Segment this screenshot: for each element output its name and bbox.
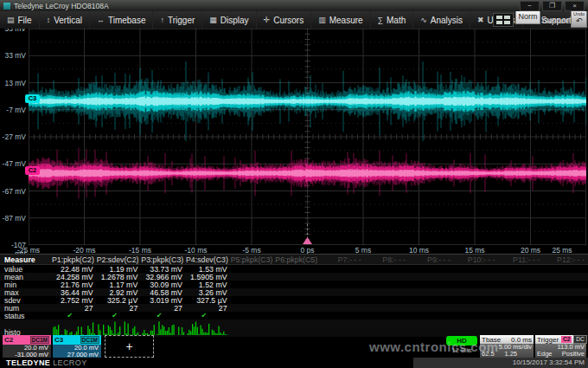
gesture-button[interactable]: Gesture: [542, 16, 570, 25]
menu-item-timebase[interactable]: ↔Timebase: [90, 11, 154, 29]
measure-table-icon: ▥: [318, 16, 326, 24]
status-check-icon: ✔: [186, 312, 231, 320]
grid-icon: [496, 16, 502, 19]
oscilloscope-app: Teledyne LeCroy HDO8108A − ❐ × ▤File↕Ver…: [0, 0, 588, 368]
measure-column-header[interactable]: P11:- - -: [499, 255, 544, 264]
status-check-icon: ✔: [52, 312, 97, 320]
menu-item-vertical[interactable]: ↕Vertical: [40, 11, 90, 29]
menu-item-label: Analysis: [431, 16, 463, 25]
display-grid-icon: ▦: [209, 16, 217, 24]
restore-button[interactable]: ❐: [542, 1, 562, 11]
undo-icon: ↶: [572, 17, 586, 25]
y-axis-label: -27 mV: [0, 132, 26, 141]
measure-column-header[interactable]: P12:- - -: [543, 255, 588, 264]
y-axis-label: -67 mV: [0, 187, 26, 196]
menu-item-label: Math: [387, 16, 406, 25]
y-axis-label: -87 mV: [0, 214, 26, 223]
status-check-icon: ✔: [97, 312, 142, 320]
trigger-slope: Positive: [562, 351, 585, 358]
measure-column-header[interactable]: P8:- - -: [365, 255, 410, 264]
grid-icon: [504, 16, 510, 19]
measure-column-header[interactable]: P3:pkpk(C3): [141, 255, 186, 264]
measure-column-header[interactable]: P6:pkpk(C5): [275, 255, 320, 264]
menu-item-file[interactable]: ▤File: [0, 11, 40, 29]
horizontal-arrows-icon: ↔: [97, 16, 105, 24]
channel-descriptor-c2[interactable]: C2 DC1M 20.0 mV -31.000 mV: [3, 335, 51, 358]
histogram-sparkline: [98, 320, 141, 335]
timebase-body: 5.00 ms/div 62.5 MS1.25 GS/s: [480, 344, 534, 358]
measure-column-header[interactable]: P7:- - -: [320, 255, 365, 264]
trace-tab-c2[interactable]: C2: [25, 166, 40, 175]
measure-cell: 27: [186, 304, 231, 313]
cursors-cross-icon: ✛: [264, 16, 271, 24]
menu-item-label: Measure: [329, 16, 363, 25]
brand-secondary: LECROY: [53, 358, 86, 367]
menu-item-analysis[interactable]: ∿Analysis: [413, 11, 470, 29]
measure-column-header[interactable]: P1:pkpk(C2): [52, 255, 97, 264]
menu-item-label: File: [18, 16, 32, 25]
graticule-waveform-display: [29, 29, 586, 245]
timebase-label: Tbase: [482, 336, 501, 344]
histogram-sparkline: [53, 320, 96, 335]
trace-tab-c3[interactable]: C3: [25, 94, 40, 103]
menu-item-math[interactable]: ∑Math: [371, 11, 414, 29]
menu-item-label: Cursors: [273, 16, 304, 25]
histogram-sparkline: [142, 320, 185, 335]
menu-item-label: Timebase: [108, 16, 146, 25]
timestamp: 10/15/2017 3:32:54 PM: [413, 358, 588, 368]
measure-column-header[interactable]: P9:- - -: [409, 255, 454, 264]
menu-item-label: Trigger: [168, 16, 195, 25]
analysis-wave-icon: ∿: [420, 16, 427, 24]
measure-histogram: [186, 320, 231, 337]
add-channel-button[interactable]: +: [105, 335, 154, 358]
brand-primary: TELEDYNE: [6, 358, 50, 367]
trigger-body: 113.0 mV EdgePositive: [535, 344, 586, 358]
trigger-label: Trigger: [537, 336, 559, 344]
grid-icon: [496, 21, 502, 24]
measure-row-label: status: [0, 312, 52, 320]
undo-button[interactable]: Undo ↶: [571, 10, 587, 28]
measure-table-title: Measure: [0, 255, 52, 264]
trigger-time-marker[interactable]: [303, 237, 312, 244]
menu-item-measure[interactable]: ▥Measure: [311, 11, 370, 29]
channel-descriptor-c3[interactable]: C3 DC1M 20.0 mV 27.000 mV: [53, 335, 101, 358]
measure-column-header[interactable]: P5:pkpk(C3): [231, 255, 276, 264]
measure-cell: 27: [52, 304, 97, 313]
menu-item-trigger[interactable]: ↑Trigger: [153, 11, 202, 29]
measure-table: MeasureP1:pkpk(C2)P2:sdev(C2)P3:pkpk(C3)…: [0, 254, 588, 337]
measure-column-header[interactable]: P2:sdev(C2): [97, 255, 142, 264]
y-axis-label: 13 mV: [0, 79, 26, 87]
file-icon: ▤: [7, 16, 15, 24]
utilities-tools-icon: ✖: [477, 16, 484, 24]
measure-cell: 27: [97, 304, 142, 313]
minimize-button[interactable]: −: [520, 1, 540, 11]
grid-layout-button[interactable]: [493, 13, 514, 27]
menu-item-label: Vertical: [54, 16, 82, 25]
menu-bar: ▤File↕Vertical↔Timebase↑Trigger▦Display✛…: [0, 11, 588, 29]
channel-c3-name: C3: [54, 336, 63, 344]
window-title: Teledyne LeCroy HDO8108A: [14, 2, 109, 10]
trigger-mode: Edge: [537, 351, 553, 358]
channel-c2-offset: -31.000 mV: [3, 352, 51, 358]
brand-logo: TELEDYNE LECROY: [6, 358, 87, 367]
menu-item-cursors[interactable]: ✛Cursors: [257, 11, 312, 29]
y-axis-label: -7 mV: [0, 106, 26, 114]
y-axis-label: 33 mV: [0, 51, 26, 60]
window-titlebar: Teledyne LeCroy HDO8108A − ❐ ×: [0, 0, 588, 11]
menu-item-label: Display: [220, 16, 249, 25]
measure-column-header[interactable]: P4:sdev(C3): [186, 255, 231, 264]
measure-column-header[interactable]: P10:- - -: [454, 255, 499, 264]
close-button[interactable]: ×: [565, 1, 585, 11]
channel-c3-coupling-badge: DC1M: [80, 336, 99, 344]
math-sigma-icon: ∑: [378, 16, 383, 24]
vertical-arrows-icon: ↕: [47, 16, 51, 24]
y-axis-label: -47 mV: [0, 159, 26, 168]
timebase-descriptor[interactable]: Tbase 0.0 ms 5.00 ms/div 62.5 MS1.25 GS/…: [480, 335, 534, 358]
channel-c3-offset: 27.000 mV: [53, 352, 101, 358]
trigger-descriptor[interactable]: Trigger C2 DC 113.0 mV EdgePositive: [535, 335, 586, 358]
app-icon: [3, 3, 10, 10]
trigger-arrow-icon: ↑: [160, 16, 164, 24]
timebase-rate: 1.25 GS/s: [504, 351, 532, 358]
hd-mode-badge: HD: [446, 336, 477, 345]
menu-item-display[interactable]: ▦Display: [202, 11, 256, 29]
